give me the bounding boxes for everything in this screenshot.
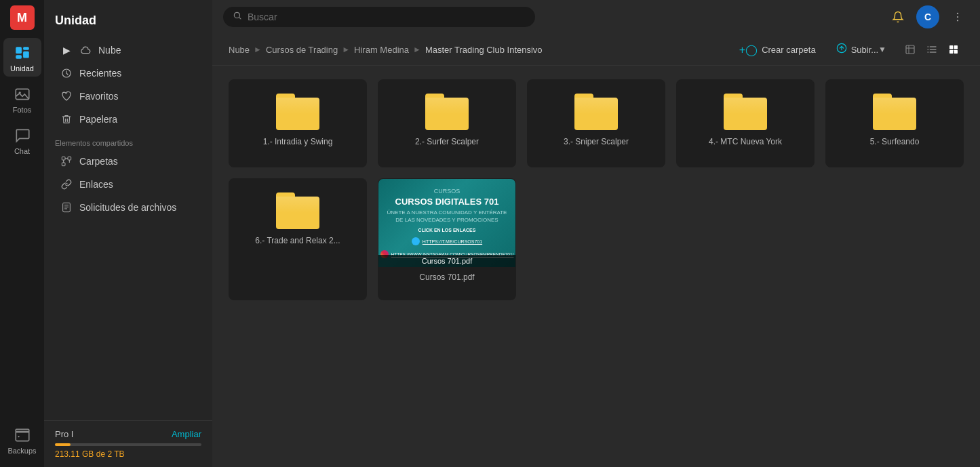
notifications-button[interactable] [886,5,909,28]
svg-point-17 [957,20,958,21]
svg-point-16 [957,16,958,18]
file-item-f5[interactable]: 5.- Surfeando [825,79,964,167]
svg-rect-0 [16,47,22,54]
create-folder-label: Crear carpeta [762,45,815,55]
file-item-f7[interactable]: CURSOS CURSOS DIGITALES 701 ÚNETE A NUES… [378,178,516,300]
breadcrumb-bar: Nube ► Cursos de Trading ► Hiram Medina … [212,34,980,66]
folder-icon [276,192,319,229]
chat-icon [13,126,32,145]
file-item-f3[interactable]: 3.- Sniper Scalper [527,79,665,167]
storage-progress-fill [55,443,71,446]
icon-bar: M Unidad Fotos Ch [0,0,44,467]
more-menu-button[interactable] [946,5,969,28]
enlaces-label: Enlaces [79,179,113,190]
plan-label: Pro I [55,429,73,439]
fotos-label: Fotos [13,106,32,114]
trash-icon [60,113,73,125]
pdf-title: CURSOS CURSOS DIGITALES 701 [395,188,499,207]
file-grid-row2: 6.- Trade and Relax 2... CURSOS CURSOS D… [229,178,964,300]
pdf-preview: CURSOS CURSOS DIGITALES 701 ÚNETE A NUES… [378,179,515,267]
breadcrumb-sep-2: ► [342,45,350,54]
pdf-social-links: HTTPS://T.ME/CURSOS701 [412,237,482,245]
file-item-f4[interactable]: 4.- MTC Nueva York [676,79,815,167]
svg-rect-3 [16,55,22,58]
sidebar-footer: Pro I Ampliar 213.11 GB de 2 TB [44,420,212,467]
folder-icon [724,94,767,130]
topbar-right: C [886,5,969,28]
svg-point-15 [957,13,958,14]
upload-dropdown-icon[interactable]: ▼ [878,45,886,54]
shared-section-label: Elementos compartidos [44,131,212,150]
pdf-overlay-name: Cursos 701.pdf [378,255,515,267]
search-icon [233,11,242,23]
upload-button[interactable]: Subir... ▼ [829,39,893,60]
nav-backups[interactable]: Backups [3,420,41,459]
telegram-icon [412,237,420,245]
link-icon [60,178,73,190]
sidebar-item-carpetas[interactable]: Carpetas [50,150,207,173]
svg-rect-10 [62,157,65,160]
pdf-pre-title: CURSOS [395,188,499,195]
file-item-f2[interactable]: 2.- Surfer Scalper [378,79,516,167]
svg-point-8 [18,436,19,437]
sidebar-item-recientes[interactable]: Recientes [50,62,207,85]
file-item-f1[interactable]: 1.- Intradia y Swing [229,79,367,167]
carpetas-label: Carpetas [79,156,118,167]
file-name-f6: 6.- Trade and Relax 2... [255,236,340,247]
sidebar-item-papelera[interactable]: Papelera [50,108,207,131]
svg-rect-19 [906,45,914,54]
solicitudes-label: Solicitudes de archivos [79,202,176,213]
folder-icon [276,94,319,130]
upgrade-button[interactable]: Ampliar [172,429,201,439]
cloud-icon [79,44,92,56]
chat-label: Chat [14,147,30,155]
upload-icon [836,43,847,56]
search-input[interactable] [248,12,526,22]
storage-progress-bar [55,443,201,446]
app-logo: M [10,5,35,30]
view-list-button[interactable] [922,40,942,59]
backups-icon [13,426,32,445]
create-folder-button[interactable]: +◯ Crear carpeta [732,40,823,60]
sidebar-item-nube[interactable]: ▶ Nube [50,39,207,62]
breadcrumb-nube[interactable]: Nube [229,45,250,55]
file-name-f4: 4.- MTC Nueva York [709,137,782,148]
view-image-button[interactable] [900,40,920,59]
nav-chat[interactable]: Chat [3,121,41,159]
unidad-label: Unidad [10,64,34,73]
file-name-f5: 5.- Surfeando [870,137,920,148]
view-grid-button[interactable] [943,40,964,59]
clock-icon [60,67,73,79]
svg-rect-21 [954,45,958,49]
user-avatar[interactable]: C [916,5,939,28]
pdf-link1: HTTPS://T.ME/CURSOS701 [423,239,482,244]
file-name-f3: 3.- Sniper Scalper [564,137,629,148]
svg-rect-2 [23,52,29,58]
share-folder-icon [60,155,73,167]
nube-label: Nube [98,45,121,56]
nav-unidad[interactable]: Unidad [3,38,41,77]
sidebar-item-enlaces[interactable]: Enlaces [50,173,207,196]
sidebar-item-solicitudes[interactable]: Solicitudes de archivos [50,196,207,219]
file-request-icon [60,201,73,214]
sidebar-item-favoritos[interactable]: Favoritos [50,85,207,108]
fotos-icon [13,85,32,104]
favoritos-label: Favoritos [79,91,119,102]
breadcrumb-hiram[interactable]: Hiram Medina [354,45,409,55]
upload-label: Subir... [851,45,878,55]
backups-label: Backups [7,447,36,455]
content-area: 1.- Intradia y Swing 2.- Surfer Scalper … [212,66,980,467]
svg-rect-1 [23,47,29,49]
topbar: C [212,0,980,34]
file-item-f6[interactable]: 6.- Trade and Relax 2... [229,178,367,300]
heart-icon [60,90,73,102]
nav-fotos[interactable]: Fotos [3,79,41,118]
breadcrumb-sep-3: ► [413,45,421,54]
breadcrumb-cursos[interactable]: Cursos de Trading [266,45,338,55]
file-grid-row1: 1.- Intradia y Swing 2.- Surfer Scalper … [229,79,964,167]
svg-rect-12 [62,163,65,166]
search-bar[interactable] [223,7,535,27]
arrow-right-icon: ▶ [60,44,73,56]
sidebar-title: Unidad [44,8,212,39]
file-name-f1: 1.- Intradia y Swing [263,137,333,148]
